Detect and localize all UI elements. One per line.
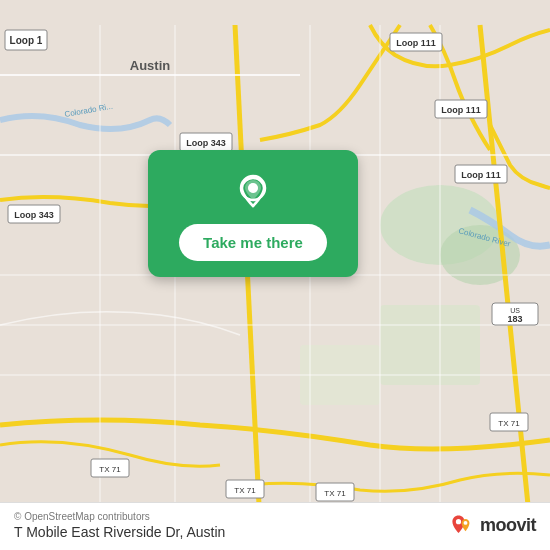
svg-rect-3 [380, 305, 480, 385]
svg-text:Loop 1: Loop 1 [10, 35, 43, 46]
svg-point-47 [249, 184, 258, 193]
svg-text:Loop 343: Loop 343 [14, 210, 54, 220]
take-me-there-button[interactable]: Take me there [179, 224, 327, 261]
svg-text:US: US [510, 307, 520, 314]
svg-text:TX 71: TX 71 [234, 486, 256, 495]
svg-text:Loop 111: Loop 111 [396, 38, 436, 48]
moovit-logo-icon [448, 512, 476, 540]
moovit-logo: moovit [448, 512, 536, 540]
svg-text:Austin: Austin [130, 58, 171, 73]
svg-point-48 [456, 519, 461, 524]
svg-point-49 [464, 521, 468, 525]
pin-icon [231, 170, 275, 214]
svg-text:TX 71: TX 71 [324, 489, 346, 498]
svg-text:TX 71: TX 71 [498, 419, 520, 428]
bottom-info: © OpenStreetMap contributors T Mobile Ea… [14, 511, 225, 540]
bottom-bar: © OpenStreetMap contributors T Mobile Ea… [0, 502, 550, 550]
svg-text:Loop 111: Loop 111 [461, 170, 501, 180]
moovit-text: moovit [480, 515, 536, 536]
map-container: Loop 1 Loop 111 Loop 111 Loop 111 Loop 3… [0, 0, 550, 550]
card-overlay: Take me there [148, 150, 358, 277]
svg-text:Loop 343: Loop 343 [186, 138, 226, 148]
svg-text:183: 183 [507, 314, 522, 324]
svg-text:TX 71: TX 71 [99, 465, 121, 474]
map-attribution: © OpenStreetMap contributors [14, 511, 225, 522]
location-name: T Mobile East Riverside Dr, Austin [14, 524, 225, 540]
svg-text:Loop 111: Loop 111 [441, 105, 481, 115]
